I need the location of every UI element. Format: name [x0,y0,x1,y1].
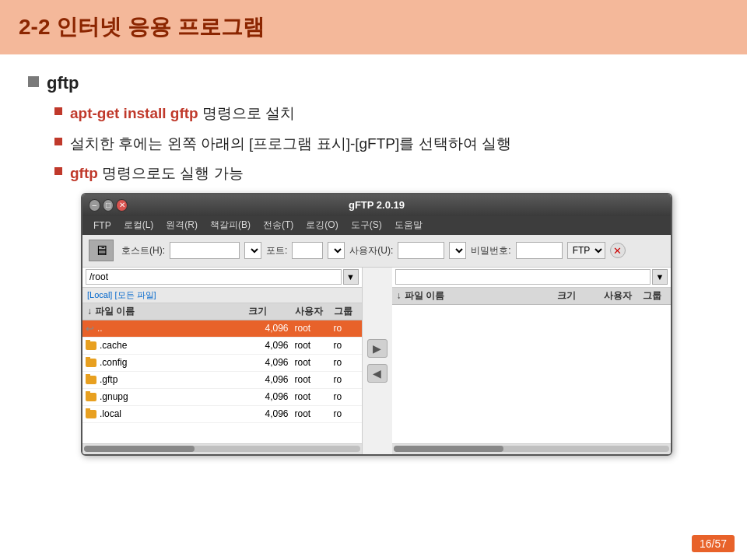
right-file-rows [392,305,672,443]
clear-button[interactable]: ✕ [610,243,626,258]
user-input[interactable] [398,242,444,259]
menu-transfer[interactable]: 전송(T) [257,218,300,233]
file-size: 4,096 [245,374,292,385]
menu-local[interactable]: 로컬(L) [117,218,160,233]
left-scrollbar-track[interactable] [84,446,360,452]
right-table-header: ↓ 파일 이름 크기 사용자 그룹 [392,288,672,305]
col-grp-header: 그룹 [331,305,362,318]
table-row[interactable]: .gftp4,096rootro [82,372,362,389]
file-user: root [292,391,331,402]
pass-label: 비밀번호: [471,244,510,257]
pass-input[interactable] [516,242,563,259]
sub-text-3: gftp 명령으로도 실행 가능 [70,163,244,185]
file-size: 4,096 [245,323,292,334]
apt-get-cmd: apt-get install gftp [70,105,198,121]
table-row[interactable]: ↩..4,096rootro [82,320,362,338]
protocol-select[interactable]: FTP [567,242,605,259]
gftp-cmd-label: gftp [70,165,98,181]
gftp-toolbar: 🖥 호스트(H): 포트: 사용자(U): 비밀번호: FTP ✕ [82,235,671,268]
file-size: 4,096 [245,391,292,402]
menu-remote[interactable]: 원격(R) [160,218,204,233]
up-icon: ↩ [86,323,94,334]
right-panel: ▼ ↓ 파일 이름 크기 사용자 그룹 [392,268,672,454]
right-col-grp-header: 그룹 [640,289,671,303]
left-path-btn[interactable]: ▼ [343,269,359,285]
right-path-bar: ▼ [392,268,672,288]
right-path-btn[interactable]: ▼ [652,269,668,285]
arrow-left[interactable]: ◀ [367,364,388,383]
sub-sq-2 [54,138,62,145]
folder-icon [86,410,96,418]
left-panel-label: [Local] [모든 파일] [82,288,362,303]
file-group: ro [331,340,362,351]
file-group: ro [331,408,362,419]
port-input[interactable] [292,242,323,259]
port-dropdown[interactable] [328,242,345,259]
left-file-table: ↓ 파일 이름 크기 사용자 그룹 ↩..4,096rootro.cache4,… [82,303,362,443]
page-number: 16/57 [692,535,735,552]
panel-arrows: ▶ ◀ [363,268,392,454]
gftp-window: – □ ✕ gFTP 2.0.19 FTP 로컬(L) 원격(R) 책갈피(B)… [81,193,672,456]
sub-bullets: apt-get install gftp 명령으로 설치 설치한 후에는 왼쪽 … [54,103,719,456]
left-scrollbar[interactable] [82,443,362,454]
content-area: gftp apt-get install gftp 명령으로 설치 설치한 후에… [0,54,747,481]
file-group: ro [331,374,362,385]
sub-bullet-1: apt-get install gftp 명령으로 설치 [54,103,719,125]
folder-icon [86,359,96,367]
col-size-header: 크기 [245,305,292,318]
table-row[interactable]: .cache4,096rootro [82,338,362,355]
slide-header: 2-2 인터넷 응용 프로그램 [0,0,747,54]
slide-title: 2-2 인터넷 응용 프로그램 [19,12,265,42]
gftp-panels: ▼ [Local] [모든 파일] ↓ 파일 이름 크기 [82,268,671,454]
right-col-user-header: 사용자 [601,289,640,303]
file-group: ro [331,357,362,368]
right-scrollbar[interactable] [392,443,672,454]
all-files-label[interactable]: [모든 파일] [114,290,156,299]
left-scrollbar-thumb [84,446,195,452]
host-label: 호스트(H): [121,244,165,257]
folder-icon [86,341,96,350]
sub-text-2: 설치한 후에는 왼쪽 아래의 [프로그램 표시]-[gFTP]를 선택하여 실행 [70,133,511,156]
menu-bookmarks[interactable]: 책갈피(B) [204,218,257,233]
left-path-input[interactable] [86,269,342,285]
sub-sq-3 [54,167,62,175]
sub-bullet-2: 설치한 후에는 왼쪽 아래의 [프로그램 표시]-[gFTP]를 선택하여 실행 [54,133,719,156]
menu-ftp[interactable]: FTP [87,219,117,232]
gftp-menubar: FTP 로컬(L) 원격(R) 책갈피(B) 전송(T) 로깅(O) 도구(S)… [82,216,671,235]
local-label[interactable]: [Local] [87,290,112,299]
table-row[interactable]: .local4,096rootro [82,406,362,423]
arrow-right[interactable]: ▶ [367,339,388,358]
close-button[interactable]: ✕ [116,199,128,212]
folder-icon [86,376,96,384]
table-row[interactable]: .gnupg4,096rootro [82,389,362,406]
minimize-button[interactable]: – [89,199,100,212]
file-name: .gnupg [100,391,128,402]
file-size: 4,096 [245,408,292,419]
right-col-name-header: ↓ 파일 이름 [392,289,555,303]
main-bullet: gftp [28,73,719,93]
user-dropdown[interactable] [449,242,466,259]
right-scrollbar-thumb [394,446,504,452]
window-title: gFTP 2.0.19 [128,199,626,211]
computer-icon: 🖥 [89,240,114,261]
file-name: .config [100,357,127,368]
file-user: root [292,374,331,385]
menu-help[interactable]: 도움말 [388,218,429,233]
file-name: .local [100,408,121,419]
gftp-titlebar: – □ ✕ gFTP 2.0.19 [82,194,671,216]
right-file-table: ↓ 파일 이름 크기 사용자 그룹 [392,288,672,443]
file-name: .gftp [100,374,117,385]
table-row[interactable]: .config4,096rootro [82,355,362,372]
maximize-button[interactable]: □ [103,199,114,212]
right-scrollbar-track[interactable] [394,446,670,452]
left-table-header: ↓ 파일 이름 크기 사용자 그룹 [82,303,362,320]
host-input[interactable] [170,242,240,259]
file-group: ro [331,323,362,334]
host-dropdown[interactable] [244,242,261,259]
menu-tools[interactable]: 도구(S) [345,218,388,233]
file-user: root [292,340,331,351]
sub-bullet-3: gftp 명령으로도 실행 가능 [54,163,719,185]
menu-logging[interactable]: 로깅(O) [300,218,344,233]
right-path-input[interactable] [395,269,651,285]
col-user-header: 사용자 [292,305,331,318]
